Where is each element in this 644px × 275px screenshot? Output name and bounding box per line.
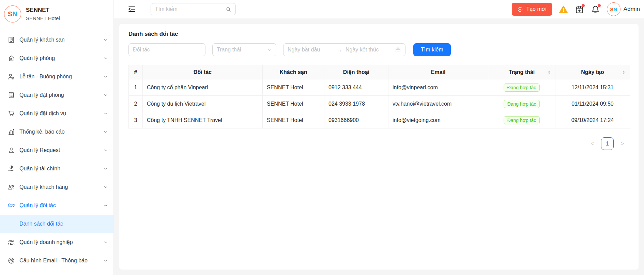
sidebar-item-room-management[interactable]: Quản lý phòng [0, 49, 113, 67]
partners-handshake-icon [7, 202, 15, 209]
table-row: 1 Công ty cổ phần Vinpearl SENNET Hotel … [129, 79, 630, 96]
sidebar-menu: Quản lý khách sạn Quản lý phòng Lễ tân -… [0, 27, 113, 270]
sidebar-item-booking-management[interactable]: Quản lý đặt phòng [0, 86, 113, 104]
sidebar-item-label: Quản lý đặt dịch vụ [19, 110, 103, 117]
sidebar-item-customer-management[interactable]: Quản lý khách hàng [0, 178, 113, 196]
brand-logo-n: N [12, 10, 17, 18]
sidebar-subitem-label: Danh sách đối tác [19, 221, 63, 227]
sorter-icon[interactable]: ▲▼ [622, 70, 625, 74]
create-new-label: Tạo mới [526, 6, 546, 12]
sidebar-item-label: Quản lý đặt phòng [19, 92, 103, 98]
calendar-icon[interactable] [575, 5, 584, 14]
status-badge: Đang hợp tác [504, 100, 540, 108]
cell-hotel: SENNET Hotel [263, 112, 324, 128]
reception-icon [7, 73, 15, 80]
sidebar: SN SENNET SENNET Hotel Quản lý khách sạn… [0, 0, 114, 275]
col-status-label: Trạng thái [509, 69, 535, 75]
next-page-icon[interactable]: > [619, 141, 626, 147]
sorter-icon[interactable]: ▲▼ [548, 70, 551, 74]
avatar-s: S [610, 6, 613, 12]
cell-phone: 0931666900 [324, 112, 388, 128]
status-badge: Đang hợp tác [504, 116, 540, 124]
notification-dot [598, 4, 601, 7]
user-avatar: SN [607, 2, 620, 16]
sidebar-item-label: Quản lý Request [19, 147, 103, 153]
cell-email: vtv.hanoi@vietravel.com [388, 96, 488, 112]
customers-icon [7, 183, 15, 191]
sidebar-item-request-management[interactable]: Quản lý Request [0, 141, 113, 159]
cell-partner: Công ty du lịch Vietravel [143, 96, 263, 112]
sidebar-item-label: Thống kê, báo cáo [19, 129, 103, 135]
cell-index: 3 [129, 112, 143, 128]
partner-filter-input[interactable] [133, 47, 201, 53]
chevron-down-icon [103, 111, 108, 116]
brand-name: SENNET [26, 7, 60, 14]
partner-table: # Đối tác Khách sạn Điện thoại Email Trạ… [128, 65, 630, 128]
brand-logo: SN [4, 5, 21, 22]
email-config-icon [7, 257, 15, 264]
user-menu[interactable]: SN Admin [607, 2, 641, 16]
warning-icon[interactable] [559, 5, 568, 14]
cell-status: Đang hợp tác [488, 96, 555, 112]
sidebar-item-label: Quản lý phòng [19, 55, 103, 61]
prev-page-icon[interactable]: < [589, 141, 596, 147]
table-header-row: # Đối tác Khách sạn Điện thoại Email Trạ… [129, 65, 630, 79]
sidebar-item-statistics-reports[interactable]: Thống kê, báo cáo [0, 123, 113, 141]
service-cart-icon [7, 110, 15, 117]
topbar: Tạo mới SN Admin [114, 0, 644, 18]
sidebar-item-reception-housekeeping[interactable]: Lễ tân - Buồng phòng [0, 67, 113, 86]
chevron-down-icon [103, 129, 108, 134]
cell-created: 09/10/2024 17:24 [555, 112, 630, 128]
sidebar-item-business-management[interactable]: Quản lý doanh nghiệp [0, 233, 113, 251]
finance-icon [7, 165, 15, 172]
cell-created: 12/11/2024 15:31 [555, 79, 630, 96]
col-status[interactable]: Trạng thái▲▼ [488, 65, 555, 79]
status-filter-select[interactable]: Trạng thái [212, 43, 276, 56]
hotel-icon [7, 36, 15, 44]
bell-icon[interactable] [591, 5, 600, 14]
global-search-input[interactable] [155, 6, 226, 12]
sidebar-item-service-booking[interactable]: Quản lý đặt dịch vụ [0, 104, 113, 123]
global-search [151, 3, 236, 15]
main-area: Tạo mới SN Admin Danh sách đố [114, 0, 644, 275]
sidebar-item-label: Cấu hình Email - Thông báo [19, 258, 103, 264]
sidebar-item-label: Quản lý tài chính [19, 166, 103, 172]
filter-search-button[interactable]: Tìm kiếm [413, 43, 451, 56]
chevron-down-icon [103, 240, 108, 245]
brand-logo-s: S [8, 10, 12, 18]
business-icon [7, 239, 15, 246]
brand-subtitle: SENNET Hotel [26, 15, 60, 21]
col-created[interactable]: Ngày tạo▲▼ [555, 65, 630, 79]
chevron-down-icon [103, 258, 108, 263]
cell-partner: Công ty TNHH SENNET Travel [143, 112, 263, 128]
sidebar-item-partner-management[interactable]: Quản lý đối tác [0, 196, 113, 215]
brand: SN SENNET SENNET Hotel [0, 0, 113, 27]
chevron-down-icon [103, 93, 108, 97]
topbar-actions: Tạo mới SN Admin [512, 2, 641, 16]
sidebar-subitem-partner-list[interactable]: Danh sách đối tác [0, 215, 113, 233]
cell-status: Đang hợp tác [488, 112, 555, 128]
menu-fold-icon[interactable] [127, 5, 136, 14]
page-number-1[interactable]: 1 [601, 137, 614, 150]
date-start-placeholder: Ngày bắt đầu [288, 47, 334, 53]
request-person-icon [7, 147, 15, 154]
cell-hotel: SENNET Hotel [263, 79, 324, 96]
booking-icon [7, 91, 15, 99]
chevron-down-icon [103, 148, 108, 153]
search-icon[interactable] [226, 6, 231, 12]
sidebar-item-label: Quản lý đối tác [19, 202, 103, 209]
sidebar-item-hotel-management[interactable]: Quản lý khách sạn [0, 31, 113, 49]
chevron-down-icon [103, 74, 108, 79]
status-filter-placeholder: Trạng thái [217, 47, 241, 53]
sidebar-item-finance-management[interactable]: Quản lý tài chính [0, 159, 113, 178]
sidebar-item-email-notification-config[interactable]: Cấu hình Email - Thông báo [0, 251, 113, 270]
cell-email: info@vinpearl.com [388, 79, 488, 96]
col-phone: Điện thoại [324, 65, 388, 79]
col-email: Email [388, 65, 488, 79]
date-range-picker[interactable]: Ngày bắt đầu → Ngày kết thúc [283, 43, 405, 56]
chart-icon [7, 128, 15, 136]
create-new-button[interactable]: Tạo mới [512, 3, 552, 16]
cell-phone: 0912 333 444 [324, 79, 388, 96]
room-icon [7, 55, 15, 62]
cell-partner: Công ty cổ phần Vinpearl [143, 79, 263, 96]
